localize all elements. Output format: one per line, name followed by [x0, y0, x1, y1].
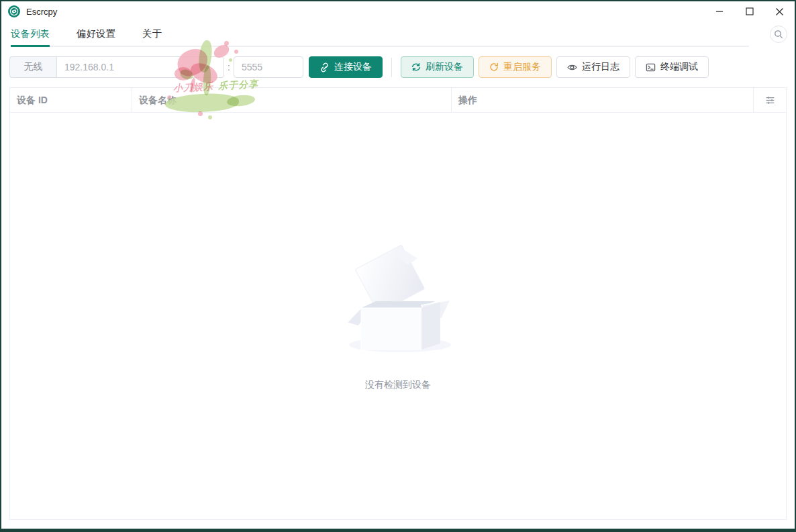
- tab-about[interactable]: 关于: [142, 22, 162, 46]
- maximize-button[interactable]: [734, 1, 764, 21]
- app-window: Escrcpy 设备列表 偏好设置 关于 无线 :: [0, 0, 796, 532]
- terminal-debug-label: 终端调试: [660, 61, 698, 73]
- run-logs-label: 运行日志: [582, 61, 619, 73]
- app-logo-icon: [8, 5, 20, 17]
- sliders-icon: [765, 95, 775, 105]
- connect-device-label: 连接设备: [334, 61, 372, 73]
- titlebar: Escrcpy: [1, 1, 795, 21]
- toolbar: 无线 : 连接设备: [9, 56, 787, 78]
- refresh-devices-label: 刷新设备: [426, 61, 463, 73]
- restart-service-button[interactable]: 重启服务: [479, 56, 552, 78]
- window-controls: [704, 1, 795, 21]
- device-table: 设备 ID 设备名称 操作: [9, 87, 787, 520]
- address-input-group: 无线 :: [9, 56, 303, 78]
- refresh-devices-button[interactable]: 刷新设备: [401, 56, 474, 78]
- terminal-debug-button[interactable]: 终端调试: [635, 56, 709, 78]
- column-header-device-name: 设备名称: [132, 88, 452, 112]
- ip-address-input[interactable]: [56, 56, 224, 78]
- empty-box-illustration: [341, 241, 455, 355]
- restart-service-label: 重启服务: [503, 61, 541, 73]
- search-icon: [774, 30, 783, 39]
- column-header-actions: 操作: [452, 88, 754, 112]
- minimize-button[interactable]: [704, 1, 734, 21]
- refresh-right-icon: [489, 62, 499, 72]
- minimize-icon: [715, 7, 724, 15]
- wireless-mode-selector[interactable]: 无线: [9, 56, 56, 78]
- connect-device-button[interactable]: 连接设备: [309, 56, 383, 78]
- column-header-device-id: 设备 ID: [10, 88, 132, 112]
- tab-bar: 设备列表 偏好设置 关于: [11, 22, 749, 47]
- eye-icon: [567, 62, 577, 72]
- link-icon: [319, 62, 330, 72]
- window-title: Escrcpy: [26, 7, 57, 17]
- toolbar-divider: [391, 58, 392, 77]
- device-table-header: 设备 ID 设备名称 操作: [10, 88, 786, 113]
- close-button[interactable]: [764, 1, 795, 21]
- empty-state-text: 没有检测到设备: [365, 379, 431, 391]
- watermark-dot: [234, 50, 238, 54]
- tab-device-list[interactable]: 设备列表: [11, 22, 50, 46]
- column-settings-button[interactable]: [762, 93, 778, 108]
- device-table-body: 没有检测到设备: [10, 113, 786, 519]
- close-icon: [775, 7, 784, 16]
- run-logs-button[interactable]: 运行日志: [556, 56, 630, 78]
- port-input[interactable]: [234, 56, 303, 78]
- search-button[interactable]: [770, 25, 787, 43]
- refresh-icon: [411, 62, 421, 72]
- ip-port-separator: :: [226, 62, 232, 72]
- column-header-settings: [754, 88, 786, 112]
- tab-preferences[interactable]: 偏好设置: [77, 22, 115, 46]
- terminal-icon: [646, 62, 656, 72]
- maximize-icon: [746, 7, 754, 15]
